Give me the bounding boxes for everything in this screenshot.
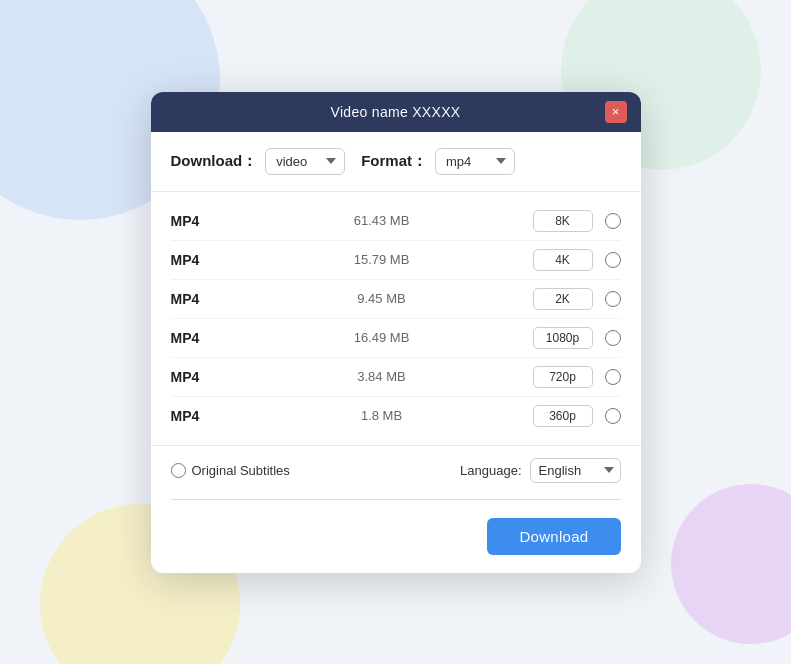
file-size: 16.49 MB	[231, 330, 533, 345]
subtitles-radio[interactable]	[171, 463, 186, 478]
file-format: MP4	[171, 291, 231, 307]
file-quality: 8K	[533, 210, 593, 232]
file-size: 1.8 MB	[231, 408, 533, 423]
download-button[interactable]: Download	[487, 518, 620, 555]
quality-radio-2k[interactable]	[605, 291, 621, 307]
table-row: MP4 16.49 MB 1080p	[171, 319, 621, 358]
file-format: MP4	[171, 252, 231, 268]
table-row: MP4 61.43 MB 8K	[171, 202, 621, 241]
download-select[interactable]: video audio	[265, 148, 345, 175]
quality-radio-1080p[interactable]	[605, 330, 621, 346]
format-label: Format：	[361, 152, 427, 171]
modal-title: Video name XXXXX	[331, 104, 461, 120]
quality-radio-8k[interactable]	[605, 213, 621, 229]
file-quality: 1080p	[533, 327, 593, 349]
table-row: MP4 3.84 MB 720p	[171, 358, 621, 397]
file-list: MP4 61.43 MB 8K MP4 15.79 MB 4K MP4 9.45…	[151, 192, 641, 445]
language-select[interactable]: English French Spanish German Japanese	[530, 458, 621, 483]
file-size: 61.43 MB	[231, 213, 533, 228]
quality-radio-4k[interactable]	[605, 252, 621, 268]
modal-container: Video name XXXXX × Download： video audio…	[151, 92, 641, 573]
file-quality: 360p	[533, 405, 593, 427]
table-row: MP4 15.79 MB 4K	[171, 241, 621, 280]
modal-footer: Download	[151, 504, 641, 573]
download-label: Download：	[171, 152, 258, 171]
table-row: MP4 9.45 MB 2K	[171, 280, 621, 319]
format-group: Format： mp4 mkv avi webm	[361, 148, 515, 175]
file-size: 9.45 MB	[231, 291, 533, 306]
file-quality: 4K	[533, 249, 593, 271]
file-format: MP4	[171, 408, 231, 424]
close-button[interactable]: ×	[605, 101, 627, 123]
format-select[interactable]: mp4 mkv avi webm	[435, 148, 515, 175]
subtitles-label: Original Subtitles	[192, 463, 290, 478]
bg-circle-bottom-right	[671, 484, 791, 644]
file-format: MP4	[171, 330, 231, 346]
language-group: Language: English French Spanish German …	[460, 458, 620, 483]
file-quality: 720p	[533, 366, 593, 388]
quality-radio-360p[interactable]	[605, 408, 621, 424]
download-group: Download： video audio	[171, 148, 346, 175]
quality-radio-720p[interactable]	[605, 369, 621, 385]
language-label: Language:	[460, 463, 521, 478]
table-row: MP4 1.8 MB 360p	[171, 397, 621, 435]
file-size: 15.79 MB	[231, 252, 533, 267]
modal-divider	[171, 499, 621, 500]
file-format: MP4	[171, 213, 231, 229]
file-size: 3.84 MB	[231, 369, 533, 384]
file-format: MP4	[171, 369, 231, 385]
file-quality: 2K	[533, 288, 593, 310]
modal-titlebar: Video name XXXXX ×	[151, 92, 641, 132]
modal-toolbar: Download： video audio Format： mp4 mkv av…	[151, 132, 641, 192]
subtitles-row: Original Subtitles Language: English Fre…	[151, 445, 641, 495]
subtitles-group: Original Subtitles	[171, 463, 290, 478]
